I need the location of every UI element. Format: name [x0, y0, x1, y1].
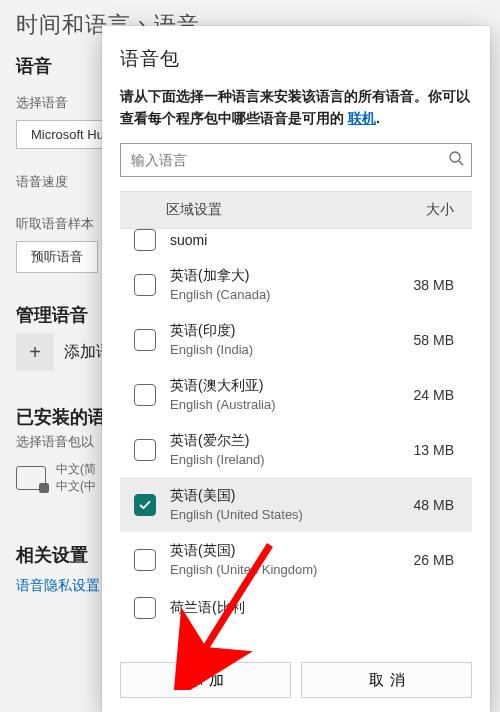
- language-subname: English (Australia): [170, 397, 400, 412]
- language-text: 荷兰语(比利: [170, 599, 440, 617]
- online-link[interactable]: 联机: [348, 110, 376, 126]
- language-subname: English (Ireland): [170, 452, 400, 467]
- table-header: 区域设置 大小: [120, 191, 472, 229]
- preview-button[interactable]: 预听语音: [16, 241, 98, 273]
- language-text: suomi: [170, 232, 440, 248]
- language-subname: English (India): [170, 342, 400, 357]
- add-voice-tile[interactable]: + 添加语: [16, 333, 112, 371]
- dialog-footer: 添加 取消: [120, 652, 472, 698]
- language-row[interactable]: 英语(澳大利亚)English (Australia)24 MB: [120, 367, 472, 422]
- language-size: 38 MB: [414, 277, 454, 293]
- add-button[interactable]: 添加: [120, 662, 291, 698]
- language-text: 英语(英国)English (United Kingdom): [170, 542, 400, 577]
- col-region: 区域设置: [166, 201, 222, 219]
- language-text: 英语(加拿大)English (Canada): [170, 267, 400, 302]
- checkbox[interactable]: [134, 274, 156, 296]
- search-wrap: [120, 143, 472, 177]
- voice-pack-dialog: 语音包 请从下面选择一种语言来安装该语言的所有语音。你可以查看每个程序包中哪些语…: [102, 26, 490, 712]
- dialog-description: 请从下面选择一种语言来安装该语言的所有语音。你可以查看每个程序包中哪些语音是可用…: [120, 86, 472, 129]
- language-row[interactable]: 英语(印度)English (India)58 MB: [120, 312, 472, 367]
- language-text: 英语(印度)English (India): [170, 322, 400, 357]
- dialog-desc-text-b: .: [376, 110, 380, 126]
- language-row[interactable]: 英语(爱尔兰)English (Ireland)13 MB: [120, 422, 472, 477]
- language-size: 26 MB: [414, 552, 454, 568]
- language-name: 荷兰语(比利: [170, 599, 440, 617]
- cancel-button[interactable]: 取消: [301, 662, 472, 698]
- monitor-icon: [16, 466, 46, 490]
- language-size: 24 MB: [414, 387, 454, 403]
- checkbox[interactable]: [134, 329, 156, 351]
- language-name: 英语(澳大利亚): [170, 377, 400, 395]
- language-size: 58 MB: [414, 332, 454, 348]
- language-row[interactable]: 英语(英国)English (United Kingdom)26 MB: [120, 532, 472, 587]
- checkbox[interactable]: [134, 229, 156, 251]
- search-input[interactable]: [120, 143, 472, 177]
- language-size: 13 MB: [414, 442, 454, 458]
- col-size: 大小: [426, 201, 454, 219]
- language-name: 英语(美国): [170, 487, 400, 505]
- installed-item-line2: 中文(中: [56, 478, 96, 495]
- language-list[interactable]: suomi英语(加拿大)English (Canada)38 MB英语(印度)E…: [120, 229, 472, 652]
- language-subname: English (United States): [170, 507, 400, 522]
- language-name: 英语(加拿大): [170, 267, 400, 285]
- checkbox[interactable]: [134, 549, 156, 571]
- language-text: 英语(美国)English (United States): [170, 487, 400, 522]
- plus-icon: +: [16, 333, 54, 371]
- language-text: 英语(澳大利亚)English (Australia): [170, 377, 400, 412]
- language-row[interactable]: 英语(加拿大)English (Canada)38 MB: [120, 257, 472, 312]
- dialog-title: 语音包: [120, 46, 472, 72]
- language-row[interactable]: suomi: [120, 229, 472, 257]
- language-size: 48 MB: [414, 497, 454, 513]
- svg-line-1: [459, 161, 463, 165]
- checkbox[interactable]: [134, 384, 156, 406]
- language-name: 英语(英国): [170, 542, 400, 560]
- checkbox[interactable]: [134, 439, 156, 461]
- installed-item-line1: 中文(简: [56, 461, 96, 478]
- checkbox[interactable]: [134, 597, 156, 619]
- language-name: suomi: [170, 232, 440, 248]
- language-name: 英语(爱尔兰): [170, 432, 400, 450]
- checkbox[interactable]: [134, 494, 156, 516]
- search-icon[interactable]: [448, 150, 464, 170]
- language-row[interactable]: 英语(美国)English (United States)48 MB: [120, 477, 472, 532]
- dialog-desc-text-a: 请从下面选择一种语言来安装该语言的所有语音。你可以查看每个程序包中哪些语音是可用…: [120, 88, 470, 126]
- language-row[interactable]: 荷兰语(比利: [120, 587, 472, 619]
- language-text: 英语(爱尔兰)English (Ireland): [170, 432, 400, 467]
- language-name: 英语(印度): [170, 322, 400, 340]
- language-subname: English (Canada): [170, 287, 400, 302]
- svg-point-0: [450, 152, 460, 162]
- language-subname: English (United Kingdom): [170, 562, 400, 577]
